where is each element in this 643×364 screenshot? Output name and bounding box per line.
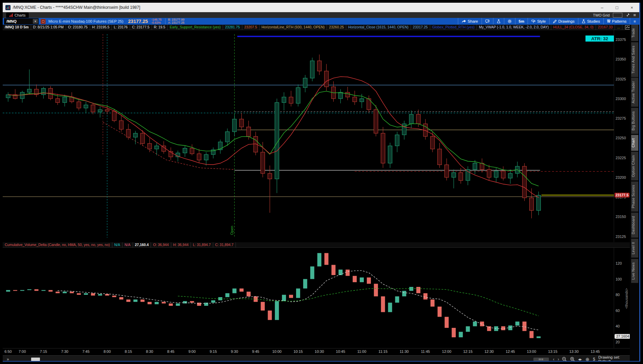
cvd-header-row: Cumulative_Volume_Delta (Candle, no, HMA… bbox=[3, 242, 630, 248]
study-label[interactable]: C: 31,894.7 bbox=[213, 242, 236, 247]
sidebar-tab-trade[interactable]: Trade bbox=[631, 25, 638, 41]
time-axis-label: 11:30 bbox=[400, 349, 409, 354]
study-label[interactable]: Cumulative_Volume_Delta (Candle, no, HMA… bbox=[3, 242, 112, 247]
studies-button[interactable]: Studies bbox=[578, 18, 603, 25]
sidebar-tab-phase-scores[interactable]: Phase Scores bbox=[631, 181, 638, 212]
share-button[interactable]: Share bbox=[458, 18, 482, 25]
study-label[interactable]: My_VWAP (-1.0, 1.0, WEEK, -2.0, 2.0, DAY… bbox=[477, 25, 551, 30]
time-axis-label: 13:15 bbox=[548, 349, 558, 354]
style-icon bbox=[531, 20, 535, 23]
study-label[interactable]: N/A bbox=[112, 242, 123, 247]
horizontal-expand-icon[interactable]: ◀▶ bbox=[578, 356, 581, 361]
volume-delta-chart[interactable]: 1201008060402027.1604<thousands> bbox=[3, 248, 630, 348]
time-axis-label: 7:15 bbox=[40, 349, 47, 354]
sidebar-tab-live-news[interactable]: Live News bbox=[631, 259, 638, 283]
patterns-button[interactable]: W Patterns bbox=[603, 18, 630, 25]
analyze-button[interactable] bbox=[493, 18, 504, 25]
study-label[interactable]: L: 23176 bbox=[112, 25, 130, 30]
drawings-button[interactable]: Drawings bbox=[549, 18, 578, 25]
window-title: /MNQ:XCME - Charts - *****454SCHW Main@t… bbox=[13, 5, 140, 10]
study-label[interactable]: O: 23180.75 bbox=[66, 25, 90, 30]
sidebar-tab-option-chain[interactable]: Option Chain bbox=[631, 152, 638, 180]
grid-layout-button[interactable] bbox=[613, 13, 622, 18]
sidebar-tab-dashboard[interactable]: Dashboard bbox=[631, 213, 638, 238]
flask-icon bbox=[497, 19, 501, 23]
study-label[interactable]: O: 36,944 bbox=[151, 242, 171, 247]
crosshair-target-icon[interactable]: ⊕ bbox=[585, 356, 590, 361]
svg-text:23325: 23325 bbox=[616, 77, 626, 81]
study-label[interactable]: Globex_Plotted_RTH (yes) bbox=[430, 25, 477, 30]
chat-button[interactable] bbox=[482, 18, 493, 25]
sidebar-tab-active-trader[interactable]: Active Trader bbox=[631, 78, 638, 107]
study-label[interactable]: 23207.5 bbox=[242, 25, 260, 30]
price-chart[interactable]: Open233752335023325233002327523250232252… bbox=[3, 30, 630, 242]
zoom-in-icon[interactable] bbox=[570, 356, 575, 361]
scroll-left-icon[interactable]: ‹ bbox=[553, 356, 554, 361]
tab-charts[interactable]: Charts bbox=[6, 13, 29, 18]
study-label[interactable]: N/A bbox=[123, 242, 133, 247]
study-label[interactable]: HorizontalLine_RTH (930, 1440, OPEN) bbox=[260, 25, 327, 30]
time-axis-label: 12:45 bbox=[506, 349, 515, 354]
study-label[interactable]: D: 8/21/25 1:05 PM bbox=[31, 25, 66, 30]
study-label[interactable]: H: 23195.5 bbox=[90, 25, 112, 30]
close-button[interactable]: × bbox=[624, 3, 639, 12]
study-label[interactable]: L: 31,894.7 bbox=[191, 242, 213, 247]
study-label[interactable]: 23260.25 bbox=[327, 25, 346, 30]
study-label[interactable]: ... bbox=[615, 25, 622, 30]
chevron-down-icon[interactable]: ▼ bbox=[33, 19, 38, 24]
minimize-button[interactable]: – bbox=[595, 3, 609, 12]
drawing-set-label[interactable]: Drawing set: Default bbox=[598, 356, 630, 361]
pin-icon[interactable] bbox=[626, 13, 630, 18]
study-label[interactable]: R: 19.5 bbox=[152, 25, 168, 30]
svg-text:23350: 23350 bbox=[616, 57, 626, 61]
price-axis-settings-icon[interactable]: $ bbox=[593, 356, 595, 361]
time-axis-label: 8:30 bbox=[146, 349, 153, 354]
symbol-input[interactable]: /MNQ ▼ bbox=[4, 18, 39, 24]
timeframe-button[interactable]: 5m bbox=[515, 18, 528, 25]
settings-button[interactable] bbox=[504, 18, 515, 25]
time-axis-label: 11:45 bbox=[421, 349, 430, 354]
style-button[interactable]: Style bbox=[528, 18, 549, 25]
study-label[interactable]: H: 36,944 bbox=[171, 242, 191, 247]
study-label[interactable]: Horizontal_Close (1615, 1440, OPEN) bbox=[346, 25, 411, 30]
study-label[interactable]: 23281.75 bbox=[223, 25, 242, 30]
study-label[interactable]: Early_Support_Resistance (yes) bbox=[168, 25, 223, 30]
sidebar-tab-big-buttons[interactable]: Big Buttons bbox=[631, 108, 638, 134]
study-label[interactable]: HULL_34 (CLOSE, 34, 0) bbox=[551, 25, 596, 30]
svg-text:80: 80 bbox=[616, 293, 620, 297]
sidebar-tab-level-ii[interactable]: Level II bbox=[631, 239, 638, 258]
scroll-home-handle[interactable] bbox=[31, 358, 40, 361]
study-label[interactable]: 23167.33 bbox=[596, 25, 615, 30]
title-bar: /MNQ:XCME - Charts - *****454SCHW Main@t… bbox=[3, 3, 639, 12]
sidebar-tab-times-and-sales[interactable]: Times And Sales bbox=[631, 42, 638, 77]
toolbar-menu-icon[interactable]: ≡ bbox=[630, 18, 639, 25]
gear-icon bbox=[508, 19, 512, 23]
svg-text:<thousands>: <thousands> bbox=[624, 288, 628, 309]
collapse-icon[interactable]: » bbox=[7, 356, 9, 361]
zoom-out-icon[interactable] bbox=[562, 356, 567, 361]
sidebar-tab-chart[interactable]: Chart bbox=[631, 135, 638, 151]
time-axis-label: 7:45 bbox=[82, 349, 89, 354]
time-axis-label: 8:45 bbox=[167, 349, 174, 354]
time-axis-label: 10:00 bbox=[272, 349, 282, 354]
time-axis-label: 13:30 bbox=[569, 349, 579, 354]
time-axis-label: 12:15 bbox=[463, 349, 473, 354]
symbol-link-icon[interactable] bbox=[41, 19, 46, 24]
main-toolbar: /MNQ ▼ Micro E-mini Nasdaq-100 Futures (… bbox=[3, 18, 639, 25]
charts-bars-icon bbox=[9, 14, 13, 17]
restore-chart-icon[interactable] bbox=[622, 25, 630, 29]
study-label[interactable]: 27,160.4 bbox=[133, 242, 151, 247]
pencil-icon bbox=[553, 20, 557, 23]
svg-text:23225: 23225 bbox=[616, 156, 626, 160]
svg-text:Open: Open bbox=[230, 226, 234, 235]
study-label[interactable]: /MNQ 10 D 5m bbox=[3, 25, 31, 30]
time-axis-label: 9:00 bbox=[189, 349, 196, 354]
menu-icon[interactable]: ≡ bbox=[633, 13, 636, 17]
maximize-button[interactable]: □ bbox=[609, 3, 624, 12]
time-axis-label: 10:15 bbox=[293, 349, 303, 354]
study-label[interactable]: C: 23177.5 bbox=[130, 25, 152, 30]
study-label[interactable]: 23317.25 bbox=[411, 25, 430, 30]
scroll-right-icon[interactable]: › bbox=[558, 356, 559, 361]
chart-scrollbar[interactable]: ▮▮▮ bbox=[533, 358, 549, 361]
svg-text:100: 100 bbox=[616, 277, 622, 281]
